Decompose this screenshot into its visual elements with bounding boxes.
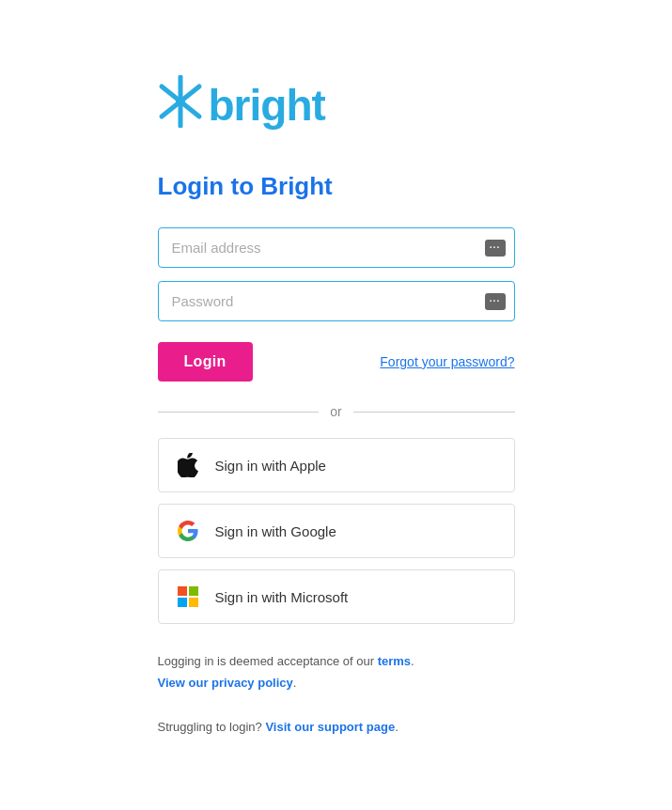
sign-in-microsoft-button[interactable]: Sign in with Microsoft [158, 569, 515, 624]
login-button[interactable]: Login [158, 342, 253, 382]
support-link[interactable]: Visit our support page [265, 720, 395, 734]
login-container: bright Login to Bright ··· ··· Login For… [158, 75, 515, 739]
sign-in-google-button[interactable]: Sign in with Google [158, 504, 515, 558]
password-input[interactable] [158, 281, 515, 321]
logo-icon [158, 75, 203, 134]
email-input-wrapper: ··· [158, 227, 515, 268]
privacy-link[interactable]: View our privacy policy [158, 676, 293, 690]
sign-in-apple-button[interactable]: Sign in with Apple [158, 438, 515, 492]
actions-row: Login Forgot your password? [158, 342, 515, 382]
password-input-wrapper: ··· [158, 281, 515, 321]
forgot-password-link[interactable]: Forgot your password? [380, 354, 514, 369]
svg-point-3 [176, 97, 185, 106]
google-icon [174, 517, 202, 545]
apple-button-label: Sign in with Apple [215, 458, 326, 474]
password-dots-icon: ··· [485, 293, 506, 310]
terms-link[interactable]: terms [378, 654, 411, 668]
email-dots-icon: ··· [485, 240, 506, 257]
microsoft-button-label: Sign in with Microsoft [215, 589, 349, 605]
google-button-label: Sign in with Google [215, 523, 336, 539]
footer: Logging in is deemed acceptance of our t… [158, 650, 414, 739]
logo-text: bright [209, 80, 325, 131]
page-title: Login to Bright [158, 172, 333, 201]
microsoft-icon [174, 583, 202, 611]
logo: bright [158, 75, 325, 134]
divider-line-left [158, 412, 320, 413]
divider: or [158, 404, 515, 419]
apple-icon [174, 451, 202, 479]
acceptance-text: Logging in is deemed acceptance of our [158, 654, 378, 668]
email-input[interactable] [158, 227, 515, 268]
divider-line-right [353, 412, 515, 413]
divider-text: or [319, 404, 352, 419]
support-text: Struggling to login? [158, 720, 266, 734]
